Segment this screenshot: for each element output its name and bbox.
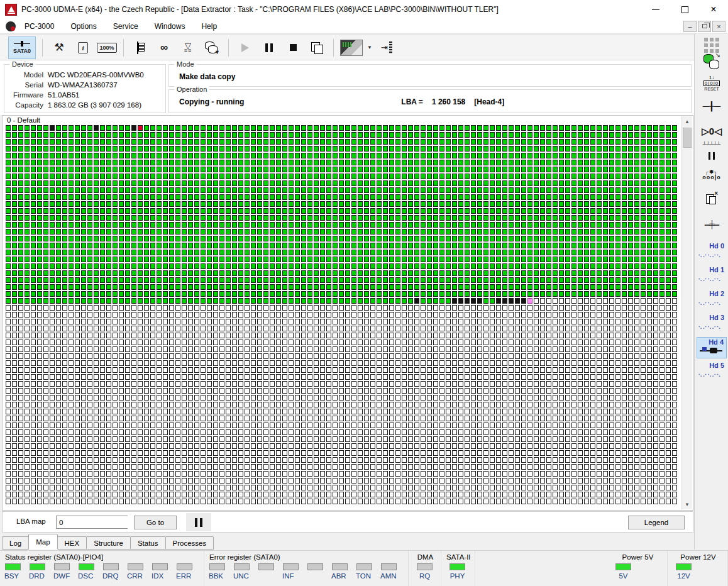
map-block[interactable]: [106, 457, 111, 463]
map-block[interactable]: [383, 388, 388, 394]
map-block[interactable]: [490, 277, 495, 283]
map-block[interactable]: [75, 319, 80, 324]
map-block[interactable]: [433, 326, 438, 331]
map-block[interactable]: [213, 450, 218, 456]
map-block[interactable]: [584, 416, 589, 421]
map-block[interactable]: [471, 326, 476, 331]
map-block[interactable]: [496, 125, 501, 131]
map-block[interactable]: [131, 485, 136, 490]
map-block[interactable]: [263, 284, 268, 290]
map-block[interactable]: [439, 174, 444, 179]
map-block[interactable]: [553, 180, 558, 186]
map-block[interactable]: [276, 201, 281, 207]
map-block[interactable]: [25, 194, 30, 200]
map-block[interactable]: [238, 450, 243, 456]
map-block[interactable]: [483, 236, 488, 241]
map-block[interactable]: [163, 478, 168, 484]
map-block[interactable]: [628, 167, 633, 172]
map-block[interactable]: [270, 194, 275, 200]
map-block[interactable]: [182, 208, 187, 214]
map-block[interactable]: [182, 450, 187, 456]
map-block[interactable]: [263, 492, 268, 497]
map-block[interactable]: [414, 353, 419, 359]
map-block[interactable]: [37, 312, 42, 318]
map-block[interactable]: [578, 277, 583, 283]
map-block[interactable]: [31, 326, 36, 331]
map-block[interactable]: [314, 395, 319, 401]
map-block[interactable]: [289, 423, 294, 428]
map-block[interactable]: [559, 305, 564, 311]
map-block[interactable]: [628, 374, 633, 380]
map-block[interactable]: [69, 291, 74, 297]
utility-tools-button[interactable]: ⚒: [49, 37, 69, 58]
map-block[interactable]: [553, 319, 558, 324]
map-block[interactable]: [12, 402, 17, 407]
map-block[interactable]: [314, 208, 319, 214]
map-block[interactable]: [395, 312, 400, 318]
map-block[interactable]: [458, 436, 463, 442]
map-block[interactable]: [559, 409, 564, 414]
map-block[interactable]: [131, 125, 136, 131]
map-block[interactable]: [81, 291, 86, 297]
map-block[interactable]: [56, 395, 61, 401]
map-block[interactable]: [175, 146, 180, 152]
map-block[interactable]: [238, 160, 243, 165]
map-block[interactable]: [169, 263, 174, 269]
map-block[interactable]: [100, 298, 105, 304]
map-block[interactable]: [377, 125, 382, 131]
map-block[interactable]: [289, 236, 294, 241]
map-block[interactable]: [175, 270, 180, 276]
map-block[interactable]: [540, 236, 545, 241]
map-block[interactable]: [641, 201, 646, 207]
map-block[interactable]: [245, 125, 250, 131]
map-block[interactable]: [81, 132, 86, 138]
map-block[interactable]: [427, 450, 432, 456]
map-block[interactable]: [395, 257, 400, 262]
map-block[interactable]: [276, 194, 281, 200]
map-block[interactable]: [634, 388, 639, 394]
map-block[interactable]: [169, 464, 174, 470]
map-block[interactable]: [421, 146, 426, 152]
map-block[interactable]: [477, 160, 482, 165]
map-block[interactable]: [483, 395, 488, 401]
map-block[interactable]: [201, 194, 206, 200]
map-block[interactable]: [301, 291, 306, 297]
mdi-close-button[interactable]: ×: [712, 21, 725, 32]
map-block[interactable]: [345, 353, 350, 359]
map-block[interactable]: [81, 326, 86, 331]
map-block[interactable]: [320, 125, 325, 131]
map-block[interactable]: [43, 499, 48, 504]
map-block[interactable]: [163, 174, 168, 179]
map-block[interactable]: [553, 464, 558, 470]
map-block[interactable]: [490, 340, 495, 345]
map-block[interactable]: [219, 125, 224, 131]
map-block[interactable]: [439, 284, 444, 290]
map-block[interactable]: [634, 208, 639, 214]
map-block[interactable]: [534, 395, 539, 401]
map-block[interactable]: [289, 291, 294, 297]
map-block[interactable]: [433, 492, 438, 497]
map-block[interactable]: [81, 464, 86, 470]
map-block[interactable]: [6, 395, 11, 401]
map-block[interactable]: [641, 291, 646, 297]
map-block[interactable]: [565, 243, 570, 248]
map-block[interactable]: [515, 187, 520, 193]
map-block[interactable]: [232, 381, 237, 387]
map-block[interactable]: [238, 139, 243, 145]
map-block[interactable]: [439, 360, 444, 366]
map-block[interactable]: [207, 457, 212, 463]
map-block[interactable]: [496, 229, 501, 235]
map-block[interactable]: [578, 340, 583, 345]
map-block[interactable]: [213, 236, 218, 241]
map-block[interactable]: [75, 409, 80, 414]
map-block[interactable]: [339, 499, 344, 504]
map-block[interactable]: [100, 457, 105, 463]
map-block[interactable]: [421, 139, 426, 145]
map-block[interactable]: [490, 326, 495, 331]
map-block[interactable]: [408, 464, 413, 470]
map-block[interactable]: [553, 298, 558, 304]
map-block[interactable]: [333, 360, 338, 366]
map-block[interactable]: [603, 381, 608, 387]
map-block[interactable]: [351, 132, 356, 138]
map-block[interactable]: [521, 436, 526, 442]
